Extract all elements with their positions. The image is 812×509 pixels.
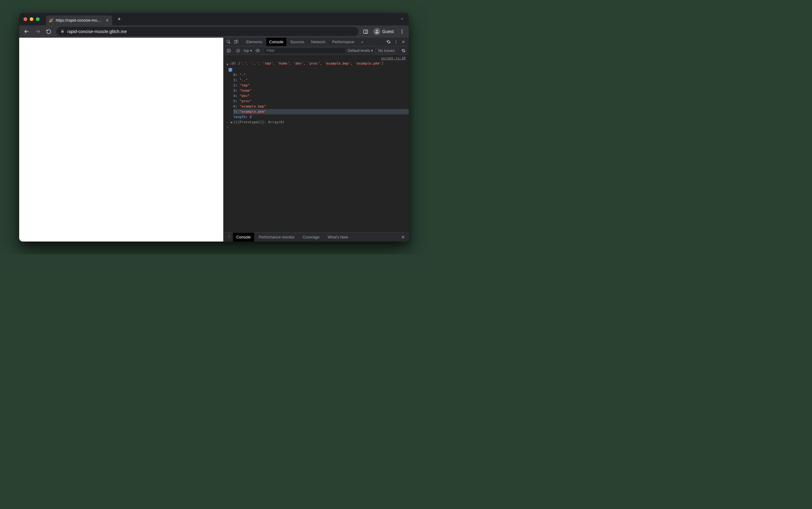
side-panel-button[interactable] (361, 27, 370, 36)
log-levels-selector[interactable]: Default levels ▾ (348, 48, 373, 53)
tab-title: https://rapid-concise-muscle.g (56, 18, 103, 23)
devtools-menu-button[interactable] (393, 39, 400, 45)
array-item[interactable]: 5: "proc" (233, 99, 409, 104)
console-filter-input[interactable] (264, 47, 345, 54)
array-item[interactable]: 7: "example.pbm" (233, 109, 409, 114)
svg-rect-2 (364, 30, 368, 33)
devtools-close-button[interactable] (400, 39, 407, 45)
drawer-tab-console[interactable]: Console (233, 233, 254, 241)
devtools-tab-elements[interactable]: Elements (243, 38, 266, 46)
svg-point-20 (257, 50, 258, 51)
drawer-tab-whats-new[interactable]: What's New (324, 233, 351, 241)
content-area: Elements Console Sources Network Perform… (19, 38, 409, 241)
live-expression-button[interactable] (254, 47, 261, 54)
svg-point-5 (401, 30, 402, 31)
inspect-element-button[interactable] (225, 39, 232, 45)
devtools-tab-sources[interactable]: Sources (287, 38, 307, 46)
svg-rect-9 (235, 40, 237, 43)
svg-point-4 (376, 30, 378, 32)
svg-point-12 (396, 41, 396, 42)
array-length: length: 8 (224, 114, 409, 120)
svg-point-23 (229, 238, 229, 238)
profile-label: Guest (382, 29, 394, 34)
devtools-tab-performance[interactable]: Performance (329, 38, 357, 46)
browser-window: 🎉 https://rapid-concise-muscle.g ✕ + rap… (19, 13, 409, 241)
maximize-window-button[interactable] (36, 17, 39, 21)
back-button[interactable] (22, 27, 32, 36)
forward-button[interactable] (33, 27, 43, 36)
console-prompt[interactable]: › (224, 125, 409, 130)
favicon-icon: 🎉 (49, 18, 54, 23)
devtools-panel: Elements Console Sources Network Perform… (223, 38, 409, 241)
page-viewport[interactable] (19, 38, 223, 241)
prototype-row[interactable]: ▶[[[Prototype]]]: Array(0) (224, 120, 409, 125)
info-badge-icon[interactable]: i (228, 68, 232, 72)
clear-console-button[interactable] (235, 47, 242, 54)
issues-button[interactable]: No Issues (375, 48, 397, 54)
traffic-lights (24, 17, 39, 21)
browser-toolbar: rapid-concise-muscle.glitch.me Guest (19, 25, 409, 38)
console-settings-button[interactable] (400, 47, 407, 54)
log-entry[interactable]: ▼ (8) ['.', '..', 'tmp', 'home', 'dev', … (224, 61, 409, 67)
new-tab-button[interactable]: + (115, 15, 123, 23)
devtools-more-tabs[interactable]: » (358, 38, 367, 46)
url-text: rapid-concise-muscle.glitch.me (67, 29, 127, 34)
svg-point-21 (229, 235, 229, 236)
svg-rect-16 (227, 49, 230, 52)
tab-strip: 🎉 https://rapid-concise-muscle.g ✕ + (19, 13, 409, 25)
array-items: 0: "."1: ".."2: "tmp"3: "home"4: "dev"5:… (224, 72, 409, 114)
source-link[interactable]: script.js:10 (224, 56, 409, 61)
devtools-tab-bar: Elements Console Sources Network Perform… (224, 38, 409, 46)
drawer-tab-coverage[interactable]: Coverage (299, 233, 323, 241)
svg-point-6 (401, 31, 402, 32)
array-item[interactable]: 0: "." (233, 72, 409, 77)
profile-button[interactable]: Guest (371, 28, 396, 36)
svg-point-22 (229, 236, 229, 237)
svg-point-11 (396, 40, 396, 41)
array-item[interactable]: 2: "tmp" (233, 83, 409, 88)
svg-point-7 (401, 32, 402, 33)
reload-button[interactable] (44, 27, 54, 36)
tab-list-button[interactable] (400, 17, 404, 22)
devtools-settings-button[interactable] (385, 39, 392, 45)
drawer-menu-button[interactable] (226, 235, 232, 239)
console-sidebar-toggle[interactable] (225, 47, 232, 54)
close-tab-button[interactable]: ✕ (105, 18, 109, 23)
console-toolbar: top ▾ Default levels ▾ No Issues (224, 46, 409, 55)
expand-toggle-icon[interactable]: ▼ (227, 62, 228, 67)
array-item[interactable]: 3: "home" (233, 88, 409, 93)
context-selector[interactable]: top ▾ (244, 48, 252, 53)
devtools-tab-network[interactable]: Network (308, 38, 329, 46)
array-summary: (8) ['.', '..', 'tmp', 'home', 'dev', 'p… (230, 61, 383, 66)
device-toolbar-button[interactable] (233, 39, 240, 45)
devtools-tab-console[interactable]: Console (266, 38, 287, 46)
array-item[interactable]: 1: ".." (233, 77, 409, 83)
browser-tab[interactable]: 🎉 https://rapid-concise-muscle.g ✕ (46, 15, 112, 25)
svg-point-13 (396, 43, 396, 43)
svg-line-19 (237, 49, 239, 52)
drawer-close-button[interactable]: ✕ (400, 234, 406, 240)
array-item[interactable]: 6: "example.bmp" (233, 104, 409, 109)
lock-icon (61, 29, 64, 34)
console-output[interactable]: script.js:10 ▼ (8) ['.', '..', 'tmp', 'h… (224, 55, 409, 232)
devtools-drawer: Console Performance monitor Coverage Wha… (224, 232, 409, 241)
drawer-tab-perf-monitor[interactable]: Performance monitor (255, 233, 299, 241)
close-window-button[interactable] (24, 17, 27, 21)
array-item[interactable]: 4: "dev" (233, 93, 409, 99)
address-bar[interactable]: rapid-concise-muscle.glitch.me (56, 27, 359, 36)
minimize-window-button[interactable] (30, 17, 33, 21)
browser-menu-button[interactable] (398, 27, 406, 36)
avatar-icon (374, 28, 380, 35)
